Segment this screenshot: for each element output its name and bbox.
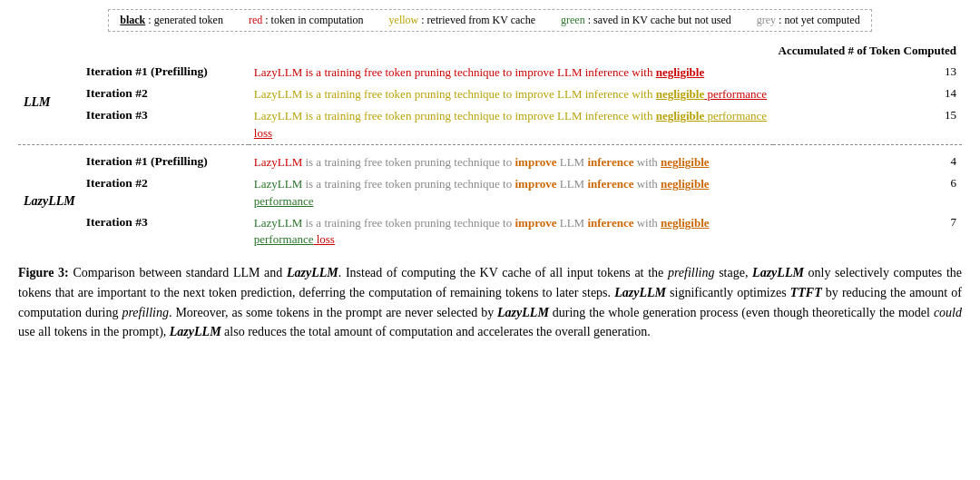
llm-row-2: Iteration #2 LazyLLM is a training free … (18, 83, 962, 105)
caption-ttft: TTFT (790, 286, 822, 299)
legend-yellow-label: yellow (389, 14, 419, 27)
llm-iter3-label: Iteration #3 (81, 105, 249, 144)
llm-iter1-p1: is a training free token pruning techniq… (302, 65, 585, 79)
figure-caption: Figure 3: Comparison between standard LL… (18, 263, 962, 342)
llm-iter3-text: LazyLLM is a training free token pruning… (249, 105, 773, 144)
lazyllm-iter1-label: Iteration #1 (Prefilling) (81, 152, 249, 173)
lazyllm-row-1: LazyLLM Iteration #1 (Prefilling) LazyLL… (18, 152, 962, 173)
lazyllm-row-2: Iteration #2 LazyLLM is a training free … (18, 173, 962, 211)
lazyllm-red-1: LazyLLM (254, 65, 302, 79)
llm-iter3-performance: performance (704, 109, 767, 122)
llm-iter2-negligible: negligible (656, 87, 704, 101)
figure-box: black : generated token red : token in c… (18, 9, 962, 342)
lz1-p2: LLM (556, 155, 587, 169)
lz1-inference: inference (587, 155, 633, 169)
legend-grey: grey : not yet computed (757, 14, 860, 27)
llm-iter3-p2: with (629, 109, 656, 122)
llm-iter2-p2: with (629, 87, 656, 101)
llm-iter1-text: LazyLLM is a training free token pruning… (249, 62, 773, 83)
lz2-p3: with (633, 177, 661, 191)
legend-green-label: green (561, 14, 585, 27)
caption-could: could (934, 306, 962, 319)
lz1-p1: is a training free token pruning techniq… (302, 155, 514, 169)
lz2-p2: LLM (556, 177, 587, 191)
legend-green-desc: : saved in KV cache but not used (588, 14, 731, 27)
lazyllm-iter3-text: LazyLLM is a training free token pruning… (249, 212, 773, 250)
llm-iter2-performance: performance (704, 87, 767, 101)
lazyllm-iter2-text: LazyLLM is a training free token pruning… (249, 173, 773, 211)
llm-iter1-negligible: negligible (656, 65, 704, 79)
legend-yellow: yellow : retrieved from KV cache (389, 14, 535, 27)
caption-text-10: also reduces the total amount of computa… (221, 325, 651, 338)
caption-prefilling-2: prefilling (122, 306, 169, 319)
llm-iter2-text: LazyLLM is a training free token pruning… (249, 83, 773, 105)
llm-iter3-negligible: negligible (656, 109, 704, 122)
lazyllm-label: LazyLLM (18, 152, 81, 250)
header-count-label: Accumulated # of Token Computed (773, 41, 962, 62)
lz2-lazyllm: LazyLLM (254, 177, 302, 191)
llm-iter3-count: 15 (773, 105, 962, 144)
lz2-p1: is a training free token pruning techniq… (302, 177, 514, 191)
caption-lazyllm-5: LazyLLM (170, 325, 221, 338)
lz1-lazyllm: LazyLLM (254, 155, 302, 169)
header-empty-3 (249, 41, 773, 62)
lazyllm-iter2-count: 6 (773, 173, 962, 211)
lazyllm-iter2-label: Iteration #2 (81, 173, 249, 211)
legend-red-label: red (249, 14, 262, 27)
caption-figure-num: Figure 3: (18, 266, 69, 279)
lz3-p3: with (633, 216, 661, 230)
caption-lazyllm-1: LazyLLM (287, 266, 338, 279)
comparison-table: Accumulated # of Token Computed LLM Iter… (18, 41, 962, 250)
lz1-improve: improve (514, 155, 556, 169)
legend-black: black : generated token (120, 14, 223, 27)
llm-row-1: LLM Iteration #1 (Prefilling) LazyLLM is… (18, 62, 962, 83)
caption-lazyllm-2: LazyLLM (752, 266, 804, 279)
llm-iter1-label: Iteration #1 (Prefilling) (81, 62, 249, 83)
header-empty-2 (81, 41, 249, 62)
caption-text-8: during the whole generation process (eve… (549, 306, 934, 319)
legend-red: red : token in computation (249, 14, 364, 27)
llm-iter2-p1: is a training free token pruning techniq… (302, 87, 585, 101)
lazyllm-iter3-count: 7 (773, 212, 962, 250)
caption-text-5: significantly optimizes (666, 286, 790, 299)
lazyllm-row-3: Iteration #3 LazyLLM is a training free … (18, 212, 962, 250)
legend-red-desc: : token in computation (265, 14, 363, 27)
lz1-negligible: negligible (661, 155, 709, 169)
lz3-loss: loss (313, 232, 334, 246)
caption-text-1: Comparison between standard LLM and (73, 266, 287, 279)
lz2-performance: performance (254, 194, 314, 208)
llm-iter1-p2: with (629, 65, 656, 79)
caption-lazyllm-4: LazyLLM (497, 306, 549, 319)
lz2-improve: improve (514, 177, 556, 191)
llm-iter2-label: Iteration #2 (81, 83, 249, 105)
legend-grey-desc: : not yet computed (779, 14, 860, 27)
legend-grey-label: grey (757, 14, 776, 27)
divider-row (18, 144, 962, 152)
lz2-negligible: negligible (661, 177, 709, 191)
legend-black-label: black (120, 14, 145, 27)
llm-iter3-inference: inference (585, 109, 629, 122)
lz3-improve: improve (514, 216, 556, 230)
legend-green: green : saved in KV cache but not used (561, 14, 731, 27)
llm-iter3-lazyllm: LazyLLM (254, 109, 302, 122)
header-empty-1 (18, 41, 81, 62)
lz3-p1: is a training free token pruning techniq… (302, 216, 514, 230)
lazyllm-iter1-count: 4 (773, 152, 962, 173)
lazyllm-iter3-label: Iteration #3 (81, 212, 249, 250)
legend-yellow-desc: : retrieved from KV cache (421, 14, 535, 27)
llm-iter2-count: 14 (773, 83, 962, 105)
llm-row-3: Iteration #3 LazyLLM is a training free … (18, 105, 962, 144)
lz1-p3: with (633, 155, 661, 169)
llm-iter3-loss: loss (254, 126, 272, 140)
llm-iter2-inference: inference (585, 87, 629, 101)
llm-iter2-lazyllm: LazyLLM (254, 87, 302, 101)
caption-text-9: use all tokens in the prompt), (18, 325, 170, 338)
lz2-inference: inference (587, 177, 633, 191)
caption-text-2: . Instead of computing the KV cache of a… (338, 266, 668, 279)
llm-iter1-inference: inference (585, 65, 629, 79)
llm-label: LLM (18, 62, 81, 144)
llm-iter3-p1: is a training free token pruning techniq… (302, 109, 585, 122)
lz3-performance: performance (254, 232, 314, 246)
legend: black : generated token red : token in c… (108, 9, 871, 32)
caption-lazyllm-3: LazyLLM (614, 286, 666, 299)
